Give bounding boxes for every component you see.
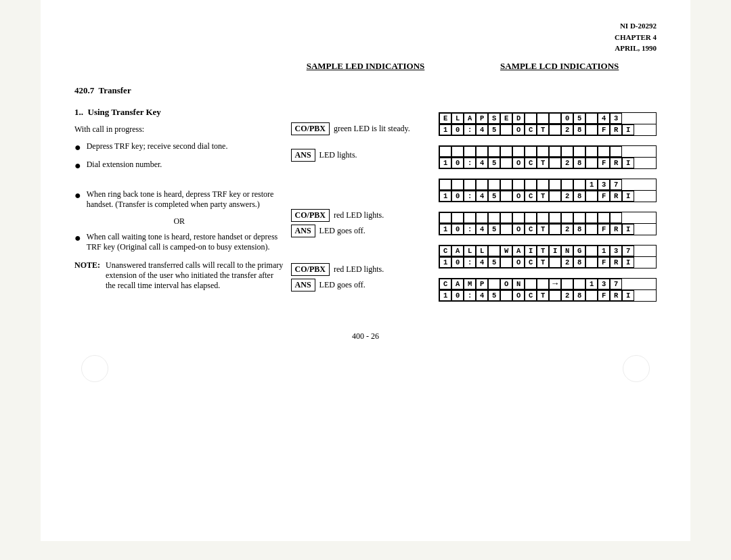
lcd-cell: R	[610, 158, 622, 168]
lcd-cell	[549, 179, 561, 190]
lcd-cell	[451, 212, 464, 223]
lcd-cell: 8	[573, 124, 585, 135]
led-row-ans-3: ANS LED goes off.	[291, 279, 436, 291]
lcd-cell	[439, 212, 451, 223]
lcd-cell: E	[439, 113, 451, 124]
lcd-cell: R	[610, 290, 622, 301]
lcd-cell: O	[512, 191, 525, 202]
lcd-cell: 3	[598, 279, 610, 289]
lcd-cell	[512, 179, 525, 190]
lcd-cell: 0	[561, 113, 573, 124]
lcd-cell: :	[464, 124, 476, 135]
lcd-cell: 4	[476, 290, 488, 301]
bullet-dot-2: ●	[74, 160, 81, 172]
lcd-cell	[537, 279, 549, 289]
lcd-cell	[500, 257, 512, 268]
lcd-cell: T	[537, 257, 549, 268]
bullet-3: ● When ring back tone is heard, depress …	[74, 189, 284, 210]
page-header: NI D-20292 CHAPTER 4 APRIL, 1990	[74, 20, 657, 54]
lcd-cell: A	[512, 246, 525, 256]
date: APRIL, 1990	[74, 43, 657, 54]
copbx-label-3: red LED lights.	[334, 264, 384, 275]
lcd-cell: N	[561, 246, 573, 256]
lcd-cell	[512, 146, 525, 157]
lcd-header: SAMPLE LCD INDICATIONS	[500, 61, 619, 71]
lcd-cell	[500, 191, 512, 202]
lcd-cell: 8	[573, 257, 585, 268]
lcd-cell: T	[537, 124, 549, 135]
lcd-cell: F	[598, 124, 610, 135]
lcd-cell: O	[512, 124, 525, 135]
lcd-cell: 5	[488, 124, 500, 135]
lcd-cell: 3	[610, 113, 622, 124]
lcd-cell: C	[439, 246, 451, 256]
lcd-cell: 1	[439, 257, 451, 268]
led-group-2: ANS LED lights.	[291, 149, 436, 162]
lcd-cell: R	[610, 257, 622, 268]
lcd-cell: 1	[439, 191, 451, 202]
lcd-cell: R	[610, 124, 622, 135]
lcd-cell: N	[512, 279, 525, 289]
lcd-cell	[537, 212, 549, 223]
lcd-cell: 0	[451, 290, 464, 301]
lcd-cell: 7	[610, 179, 622, 190]
lcd-cell	[549, 124, 561, 135]
lcd-cell: 5	[488, 191, 500, 202]
lcd-cell	[525, 279, 537, 289]
lcd-cell: 0	[451, 158, 464, 168]
lcd-cell: T	[537, 246, 549, 256]
lcd-cell: T	[537, 224, 549, 235]
lcd-cell: G	[573, 246, 585, 256]
lcd-cell: :	[464, 191, 476, 202]
lcd-cell	[488, 212, 500, 223]
lcd-cell	[549, 191, 561, 202]
bullet-dot-4: ●	[74, 232, 81, 244]
lcd-cell	[500, 212, 512, 223]
lcd-cell	[464, 146, 476, 157]
lcd-cell	[500, 179, 512, 190]
lcd-cell	[573, 146, 585, 157]
lcd-cell: L	[464, 246, 476, 256]
footer-circle-right	[623, 355, 650, 382]
lcd-cell	[439, 146, 451, 157]
lcd-cell: O	[500, 279, 512, 289]
ans-label-1: LED lights.	[319, 150, 357, 160]
lcd-cell: C	[525, 124, 537, 135]
lcd-cell	[537, 179, 549, 190]
lcd-cell	[525, 113, 537, 124]
lcd-cell	[549, 257, 561, 268]
lcd-group-4: 1 0 : 4 5 O C T 2 8 F R	[439, 212, 657, 235]
lcd-cell	[573, 279, 585, 289]
lcd-cell	[549, 146, 561, 157]
lcd-cell	[512, 212, 525, 223]
note-block: NOTE: Unanswered transferred calls will …	[74, 260, 284, 291]
lcd-cell	[451, 146, 464, 157]
lcd-cell: 5	[488, 290, 500, 301]
lcd-cell: 2	[561, 224, 573, 235]
lcd-cell	[549, 224, 561, 235]
lcd-cell	[585, 290, 598, 301]
led-row-ans-1: ANS LED lights.	[291, 149, 436, 162]
lcd-cell: L	[476, 246, 488, 256]
lcd-cell	[561, 179, 573, 190]
lcd-cell: O	[512, 158, 525, 168]
lcd-cell: 8	[573, 158, 585, 168]
lcd-cell	[500, 290, 512, 301]
lcd-cell: :	[464, 224, 476, 235]
lcd-cell: T	[537, 290, 549, 301]
lcd-cell: 8	[573, 191, 585, 202]
lcd-cell: →	[549, 279, 561, 289]
lcd-group-5: C A L L W A I T I N G 1 3	[439, 245, 657, 269]
lcd-cell: T	[537, 191, 549, 202]
lcd-cell: C	[525, 158, 537, 168]
lcd-cell: 7	[610, 279, 622, 289]
lcd-cell	[573, 179, 585, 190]
lcd-cell: 2	[561, 257, 573, 268]
lcd-cell: 4	[476, 158, 488, 168]
lcd-cell: 2	[561, 290, 573, 301]
lcd-cell	[598, 146, 610, 157]
lcd-cell: C	[525, 290, 537, 301]
lcd-cell: A	[464, 113, 476, 124]
lcd-cell: :	[464, 257, 476, 268]
lcd-cell: F	[598, 224, 610, 235]
